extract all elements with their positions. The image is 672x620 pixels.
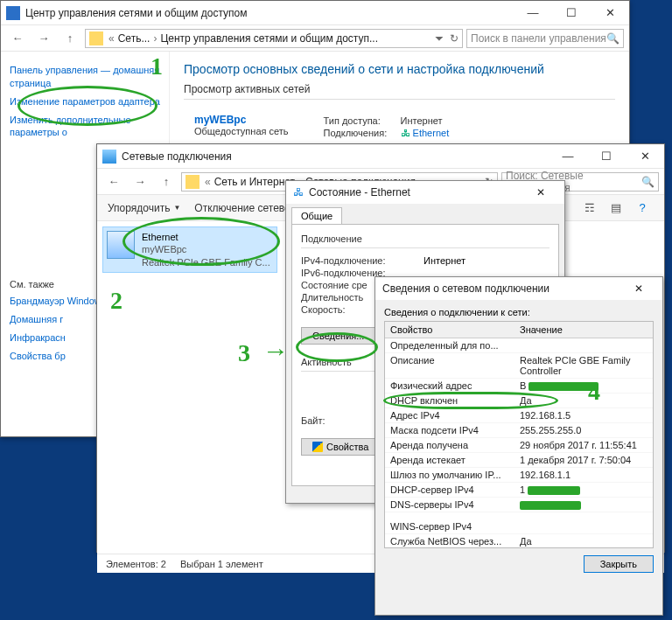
view-compact-icon[interactable]: ☶ xyxy=(578,199,601,218)
titlebar: Центр управления сетями и общим доступом… xyxy=(1,1,629,25)
dialog-title: Сведения о сетевом подключении xyxy=(382,282,550,295)
search-icon: 🔍 xyxy=(641,176,654,188)
adapter-ethernet[interactable]: Ethernet myWEBpc Realtek PCIe GBE Family… xyxy=(102,226,277,273)
page-title: Просмотр основных сведений о сети и наст… xyxy=(184,62,615,76)
network-name[interactable]: myWEBpc xyxy=(194,114,289,126)
search-placeholder: Поиск в панели управления xyxy=(471,32,606,45)
close-button[interactable]: ✕ xyxy=(626,144,664,169)
prop-key: DHCP включен xyxy=(385,394,514,408)
access-label: Тип доступа: xyxy=(324,115,394,126)
bc-seg[interactable]: Центр управления сетями и общим доступ..… xyxy=(160,32,378,45)
prop-val: Realtek PCIe GBE Family Controller xyxy=(514,353,653,378)
close-dialog-button[interactable]: Закрыть xyxy=(584,555,654,573)
organize-menu[interactable]: Упорядочить ▼ xyxy=(108,202,180,214)
back-button[interactable]: ← xyxy=(6,29,29,48)
prop-val: 1 xyxy=(514,483,653,497)
prop-key: DNS-серверы IPv4 xyxy=(385,498,514,512)
up-button[interactable]: ↑ xyxy=(155,172,178,192)
prop-row: Аренда получена29 ноября 2017 г. 11:55:4… xyxy=(385,438,653,453)
prop-row: ОписаниеRealtek PCIe GBE Family Controll… xyxy=(385,353,653,379)
prop-val: Да xyxy=(514,394,653,408)
sidebar-sharing-settings[interactable]: Изменить дополнительные параметры о xyxy=(10,114,160,140)
adapter-name: Ethernet xyxy=(142,231,270,243)
app-icon xyxy=(6,6,20,20)
maximize-button[interactable]: ☐ xyxy=(587,144,626,169)
prop-key: Физический адрес xyxy=(385,379,514,393)
sidebar-home[interactable]: Панель управления — домашняя страница xyxy=(10,64,160,90)
window-title: Сетевые подключения xyxy=(122,150,549,163)
prop-key: Аренда истекает xyxy=(385,453,514,467)
prop-row: Физический адресB xyxy=(385,379,653,394)
prop-row: Служба NetBIOS через...Да xyxy=(385,534,653,548)
details-button[interactable]: Сведения... xyxy=(301,327,375,345)
close-button[interactable]: ✕ xyxy=(622,277,655,300)
selection-count: Выбран 1 элемент xyxy=(180,559,263,569)
prop-key: Определенный для по... xyxy=(385,338,514,352)
prop-key: Маска подсети IPv4 xyxy=(385,423,514,437)
dialog-titlebar: Сведения о сетевом подключении ✕ xyxy=(375,277,662,300)
search-icon: 🔍 xyxy=(606,32,620,45)
prop-val: 192.168.1.1 xyxy=(514,468,653,482)
prop-val xyxy=(514,519,653,533)
minimize-button[interactable]: — xyxy=(549,144,587,169)
prop-row: Маска подсети IPv4255.255.255.0 xyxy=(385,423,653,438)
toolbar: ← → ↑ « Сеть... › Центр управления сетям… xyxy=(1,25,629,52)
up-button[interactable]: ↑ xyxy=(59,29,81,48)
titlebar: Сетевые подключения — ☐ ✕ xyxy=(97,144,664,169)
folder-icon xyxy=(186,175,200,189)
prop-row: Аренда истекает1 декабря 2017 г. 7:50:04 xyxy=(385,453,653,468)
prop-val: 255.255.255.0 xyxy=(514,423,653,437)
shield-icon xyxy=(312,442,323,452)
prop-row: Определенный для по... xyxy=(385,338,653,353)
conn-section: Подключение xyxy=(301,233,550,244)
search-input[interactable]: Поиск в панели управления 🔍 xyxy=(466,29,624,48)
app-icon xyxy=(102,150,116,164)
prop-val xyxy=(514,498,653,512)
help-icon[interactable]: ? xyxy=(631,199,654,218)
close-button[interactable]: ✕ xyxy=(524,181,557,204)
sidebar-adapter-settings[interactable]: Изменение параметров адаптера xyxy=(10,95,160,108)
prop-key: Служба NetBIOS через... xyxy=(385,534,514,548)
breadcrumb[interactable]: « Сеть... › Центр управления сетями и об… xyxy=(85,29,463,48)
ipv4-value: Интернет xyxy=(424,255,466,266)
prop-val: B xyxy=(514,379,653,393)
network-type: Общедоступная сеть xyxy=(194,126,289,136)
back-button[interactable]: ← xyxy=(102,172,125,192)
conn-link[interactable]: Ethernet xyxy=(413,128,450,138)
prop-val: Да xyxy=(514,534,653,548)
conn-label: Подключения: xyxy=(324,128,394,138)
adapter-icon xyxy=(107,231,135,259)
folder-icon xyxy=(89,31,103,45)
forward-button[interactable]: → xyxy=(129,172,151,192)
sub-heading: Просмотр активных сетей xyxy=(184,83,615,95)
prop-key: Описание xyxy=(385,353,514,378)
minimize-button[interactable]: — xyxy=(514,1,552,25)
properties-button[interactable]: Свойства xyxy=(301,438,380,456)
bc-seg[interactable]: Сеть и Интернет xyxy=(214,176,295,188)
forward-button[interactable]: → xyxy=(32,29,55,48)
view-details-icon[interactable]: ▤ xyxy=(605,199,627,218)
window-title: Центр управления сетями и общим доступом xyxy=(25,7,514,19)
details-label: Сведения о подключении к сети: xyxy=(384,307,654,317)
prop-key: WINS-сервер IPv4 xyxy=(385,519,514,533)
access-value: Интернет xyxy=(401,115,443,126)
properties-grid[interactable]: Свойство Значение Определенный для по...… xyxy=(384,321,654,548)
item-count: Элементов: 2 xyxy=(106,559,166,569)
adapter-network: myWEBpc xyxy=(142,243,270,255)
bc-seg[interactable]: Сеть... xyxy=(118,32,150,45)
ipv4-label: IPv4-подключение: xyxy=(301,255,424,266)
prop-key: DHCP-сервер IPv4 xyxy=(385,483,514,497)
close-button[interactable]: ✕ xyxy=(591,1,629,25)
adapter-device: Realtek PCIe GBE Family C... xyxy=(142,256,270,268)
prop-row: Шлюз по умолчанию IP...192.168.1.1 xyxy=(385,468,653,483)
maximize-button[interactable]: ☐ xyxy=(552,1,591,25)
prop-row: WINS-сервер IPv4 xyxy=(385,512,653,534)
col-value: Значение xyxy=(514,322,568,338)
prop-key: Шлюз по умолчанию IP... xyxy=(385,468,514,482)
prop-key: Адрес IPv4 xyxy=(385,408,514,422)
dialog-titlebar: 🖧 Состояние - Ethernet ✕ xyxy=(286,181,564,204)
prop-val: 192.168.1.5 xyxy=(514,408,653,422)
prop-val xyxy=(514,338,653,352)
tab-general[interactable]: Общие xyxy=(291,207,342,224)
prop-val: 29 ноября 2017 г. 11:55:41 xyxy=(514,438,653,452)
